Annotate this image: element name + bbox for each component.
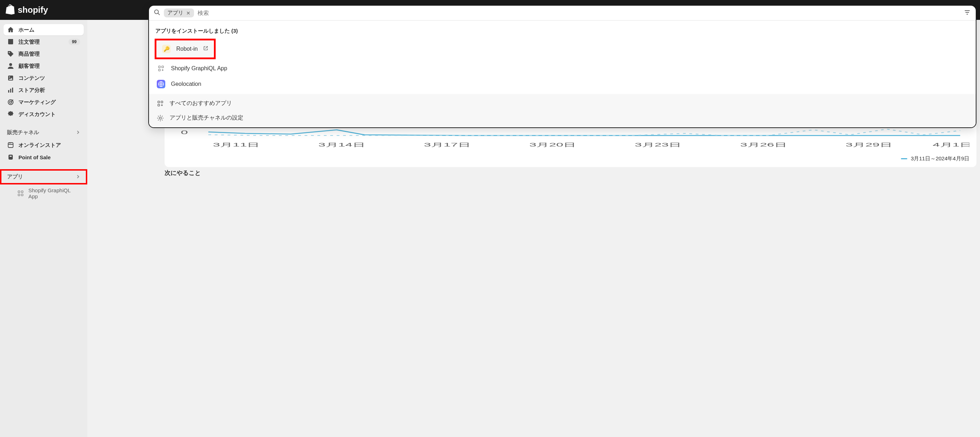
app-name: Shopify GraphiQL App: [171, 65, 228, 72]
sidebar-item-analytics[interactable]: ストア分析: [3, 84, 84, 96]
marketing-icon: [7, 99, 14, 106]
home-icon: [7, 26, 14, 33]
svg-rect-15: [21, 191, 23, 192]
x-tick: 3月17日: [424, 142, 471, 148]
shopify-bag-icon: [6, 4, 16, 16]
section-sales-channels[interactable]: 販売チャネル: [3, 126, 84, 139]
svg-rect-0: [8, 40, 13, 44]
analytics-icon: [7, 87, 14, 94]
orders-icon: [7, 38, 14, 45]
section-label: アプリ: [7, 173, 23, 180]
products-icon: [7, 50, 14, 57]
chart-card: 0 3月11日 3月14日 3月17日 3月20日 3月23日 3月26日 3月…: [165, 123, 977, 167]
sidebar-item-label: ディスカウント: [18, 111, 80, 118]
svg-rect-21: [159, 69, 160, 71]
app-item-graphiql[interactable]: Shopify GraphiQL App: [152, 60, 973, 76]
app-name: Geolocation: [171, 81, 201, 87]
svg-rect-8: [12, 87, 13, 92]
logo: shopify: [6, 4, 48, 16]
store-icon: [7, 141, 14, 149]
customers-icon: [7, 62, 14, 70]
search-input[interactable]: [197, 10, 960, 16]
svg-rect-19: [159, 66, 160, 68]
chevron-right-icon: [76, 129, 80, 135]
app-item-geolocation[interactable]: Geolocation: [152, 76, 973, 92]
x-tick: 3月26日: [740, 142, 787, 148]
key-icon: 🔑: [162, 45, 170, 53]
orders-badge: 99: [68, 39, 80, 45]
footer-label: アプリと販売チャネルの設定: [170, 114, 243, 122]
chart-series-dotted: [208, 129, 960, 135]
dropdown-heading: アプリをインストールしました (3): [152, 25, 973, 37]
svg-rect-7: [10, 89, 11, 92]
content-icon: [7, 75, 14, 82]
globe-icon: [157, 80, 165, 88]
svg-rect-16: [18, 194, 20, 196]
sidebar-item-products[interactable]: 商品管理: [3, 48, 84, 60]
sidebar-item-home[interactable]: ホーム: [3, 24, 84, 35]
sidebar-item-label: ストア分析: [18, 87, 80, 94]
filter-icon[interactable]: [964, 9, 971, 17]
svg-rect-12: [8, 155, 13, 160]
sidebar-item-discounts[interactable]: ディスカウント: [3, 108, 84, 120]
section-apps[interactable]: アプリ: [3, 171, 84, 183]
y-tick-0: 0: [181, 129, 188, 135]
chip-label: アプリ: [167, 10, 183, 16]
svg-rect-14: [18, 191, 20, 192]
svg-rect-23: [158, 101, 160, 103]
legend-label: 3月11日～2024年4月9日: [911, 155, 969, 162]
chevron-right-icon: [76, 174, 80, 180]
chart-legend: 3月11日～2024年4月9日: [172, 155, 969, 162]
next-section-heading: 次にやること: [165, 169, 201, 177]
x-tick: 3月20日: [529, 142, 576, 148]
svg-rect-25: [158, 104, 160, 106]
sidebar-item-label: 商品管理: [18, 51, 80, 57]
sidebar-item-marketing[interactable]: マーケティング: [3, 97, 84, 108]
svg-rect-17: [21, 194, 23, 196]
close-icon[interactable]: ✕: [186, 10, 191, 16]
svg-point-18: [154, 10, 159, 13]
svg-rect-13: [10, 156, 12, 157]
discounts-icon: [7, 111, 14, 118]
svg-point-2: [9, 52, 10, 53]
footer-app-settings[interactable]: アプリと販売チャネルの設定: [152, 111, 973, 125]
x-tick: 3月23日: [635, 142, 681, 148]
sidebar-item-online-store[interactable]: オンラインストア: [3, 140, 84, 151]
x-tick: 3月29日: [846, 142, 892, 148]
sidebar-item-label: マーケティング: [18, 99, 80, 106]
search-dropdown: アプリ ✕ アプリをインストールしました (3) 🔑 Robot-in: [148, 5, 977, 128]
sidebar-item-label: 顧客管理: [18, 63, 80, 70]
footer-label: すべてのおすすめアプリ: [170, 100, 232, 107]
sidebar-item-label: オンラインストア: [18, 142, 80, 149]
grid-plus-icon: [157, 64, 165, 73]
sidebar-item-label: Point of Sale: [18, 154, 80, 160]
search-chip[interactable]: アプリ ✕: [164, 8, 194, 17]
search-bar: アプリ ✕: [149, 6, 976, 21]
sidebar-item-label: 注文管理: [18, 39, 64, 45]
app-item-robot-in[interactable]: 🔑 Robot-in: [157, 41, 213, 57]
sidebar-item-orders[interactable]: 注文管理 99: [3, 36, 84, 48]
sidebar-item-label: コンテンツ: [18, 75, 80, 82]
svg-rect-6: [8, 90, 9, 92]
svg-rect-1: [8, 39, 13, 40]
sidebar: ホーム 注文管理 99 商品管理 顧客管理 コンテンツ: [0, 20, 87, 437]
grid-plus-icon: [157, 100, 164, 107]
chart: 0 3月11日 3月14日 3月17日 3月20日 3月23日 3月26日 3月…: [172, 127, 969, 152]
sidebar-item-pos[interactable]: Point of Sale: [3, 151, 84, 163]
app-name: Robot-in: [176, 46, 197, 52]
sidebar-item-label: ホーム: [18, 27, 80, 33]
main-content: アプリ ✕ アプリをインストールしました (3) 🔑 Robot-in: [87, 20, 980, 437]
section-label: 販売チャネル: [7, 129, 39, 136]
sidebar-item-content[interactable]: コンテンツ: [3, 72, 84, 84]
external-link-icon: [203, 46, 208, 52]
x-tick: 3月11日: [213, 142, 259, 148]
svg-rect-24: [161, 101, 163, 103]
svg-point-3: [9, 63, 12, 66]
search-icon: [154, 9, 160, 17]
sidebar-item-graphiql[interactable]: Shopify GraphiQL App: [3, 185, 84, 202]
sidebar-item-customers[interactable]: 顧客管理: [3, 60, 84, 72]
legend-swatch: [901, 158, 907, 159]
svg-rect-20: [162, 66, 164, 68]
footer-recommended-apps[interactable]: すべてのおすすめアプリ: [152, 96, 973, 111]
grid-icon: [17, 190, 24, 197]
